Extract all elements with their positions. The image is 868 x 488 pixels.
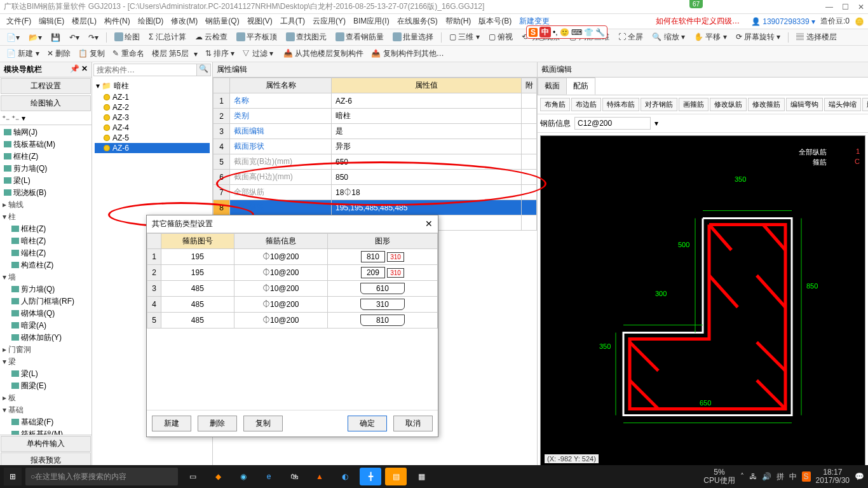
nav-item[interactable]: 剪力墙(Q) <box>3 163 89 175</box>
edge-icon[interactable]: e <box>258 468 280 485</box>
ime-tool-icon[interactable]: 🔧 <box>595 28 605 37</box>
property-row[interactable]: 5截面宽(B边)(mm)650 <box>214 154 537 170</box>
nav-item[interactable]: 暗梁(A) <box>3 320 89 332</box>
tb-viewrebar[interactable]: 查看钢筋量 <box>333 30 386 44</box>
ime-punct-icon[interactable]: •, <box>553 28 558 37</box>
menu-version[interactable]: 版本号(B) <box>476 15 514 28</box>
stirrup-row[interactable]: 3485⏀10@200610 <box>147 281 438 297</box>
tb2-rename[interactable]: ✎ 重命名 <box>110 47 146 60</box>
help-tip[interactable]: 如何在软件中定义四级… <box>653 15 742 28</box>
tb-fullscreen[interactable]: ⛶ 全屏 <box>616 30 646 44</box>
tb2-copyfrom[interactable]: 📥 从其他楼层复制构件 <box>281 47 366 60</box>
tb-zoom[interactable]: 🔍 缩放 ▾ <box>649 30 688 44</box>
app-icon[interactable]: ╋ <box>360 468 381 485</box>
menu-modify[interactable]: 修改(M) <box>168 15 200 28</box>
property-row[interactable]: 3截面编辑是 <box>214 124 537 139</box>
tray-notif-icon[interactable]: 💬 <box>855 472 864 481</box>
menu-view[interactable]: 视图(V) <box>245 15 275 28</box>
tb-find[interactable]: 查找图元 <box>283 30 329 44</box>
property-row[interactable]: 2类别暗柱 <box>214 109 537 124</box>
menu-online[interactable]: 在线服务(S) <box>395 15 440 28</box>
nav-category[interactable]: ▾ 墙 <box>3 271 89 283</box>
rebar-info-dropdown-icon[interactable]: ▾ <box>654 119 658 128</box>
menu-rebar[interactable]: 钢筋量(Q) <box>203 15 241 28</box>
nav-item[interactable]: 梁(L) <box>3 175 89 187</box>
ime-skin-icon[interactable]: 👕 <box>584 28 593 37</box>
tb2-copyto[interactable]: 📤 复制构件到其他… <box>369 47 446 60</box>
section-tool-button[interactable]: 特殊布筋 <box>602 98 639 111</box>
nav-category[interactable]: ▾ 柱 <box>3 211 89 223</box>
nav-item[interactable]: 梁(L) <box>3 368 89 380</box>
app-icon[interactable]: ◆ <box>207 468 229 485</box>
tb-cloudcheck[interactable]: ☁ 云检查 <box>193 30 230 44</box>
tb-new-icon[interactable]: 📄▾ <box>4 32 22 43</box>
tray-sogou-icon[interactable]: S <box>802 471 811 482</box>
app-icon[interactable]: ▤ <box>385 468 407 485</box>
tb2-new[interactable]: 📄 新建 ▾ <box>4 47 42 60</box>
dialog-ok-button[interactable]: 确定 <box>348 416 387 431</box>
maximize-icon[interactable]: ☐ <box>842 3 849 11</box>
nav-category[interactable]: ▸ 板 <box>3 392 89 404</box>
component-item[interactable]: AZ-2 <box>95 102 210 112</box>
tb-pan[interactable]: ✋ 平移 ▾ <box>691 30 729 44</box>
section-tool-button[interactable]: 修改箍筋 <box>748 98 785 111</box>
dialog-new-button[interactable]: 新建 <box>152 416 191 431</box>
tb2-filter[interactable]: ▽ 过滤 ▾ <box>240 47 276 60</box>
section-tool-button[interactable]: 端头伸缩 <box>824 98 861 111</box>
nav-category[interactable]: ▸ 门窗洞 <box>3 344 89 356</box>
menu-bim[interactable]: BIM应用(I) <box>351 15 392 28</box>
tb-redo-icon[interactable]: ↷▾ <box>86 32 101 43</box>
property-row[interactable]: 4截面形状异形 <box>214 139 537 154</box>
nav-category[interactable]: ▸ 轴线 <box>3 199 89 211</box>
tray-ime-icon[interactable]: 拼 <box>776 471 784 482</box>
nav-item[interactable]: 剪力墙(Q) <box>3 283 89 295</box>
menu-help[interactable]: 帮助(H) <box>443 15 474 28</box>
tray-up-icon[interactable]: ˄ <box>740 472 744 481</box>
component-item[interactable]: AZ-4 <box>95 123 210 133</box>
section-project[interactable]: 工程设置 <box>1 78 91 94</box>
section-tool-button[interactable]: 修改纵筋 <box>710 98 747 111</box>
tray-lang-icon[interactable]: 中 <box>789 471 797 482</box>
rebar-info-input[interactable] <box>574 117 651 130</box>
dialog-copy-button[interactable]: 复制 <box>243 416 283 431</box>
tb-save-icon[interactable]: 💾 <box>48 32 63 43</box>
property-row[interactable]: 6截面高(H边)(mm)850 <box>214 170 537 185</box>
menu-draw[interactable]: 绘图(D) <box>135 15 166 28</box>
component-root[interactable]: ▾ 📁 暗柱 <box>95 80 210 92</box>
menu-file[interactable]: 文件(F) <box>4 15 34 28</box>
tb2-copy[interactable]: 📋 复制 <box>76 47 107 60</box>
tb-top[interactable]: ▢ 俯视 <box>486 30 515 44</box>
stirrup-row[interactable]: 5485⏀10@200810 <box>147 313 438 329</box>
tb-selfloor[interactable]: ▤ 选择楼层 <box>794 30 839 44</box>
app-icon[interactable]: ▲ <box>309 468 330 485</box>
tb-undo-icon[interactable]: ↶▾ <box>67 32 82 43</box>
tb-calc[interactable]: Σ 汇总计算 <box>146 30 189 44</box>
store-icon[interactable]: 🛍 <box>283 468 305 485</box>
section-tool-button[interactable]: 布边筋 <box>571 98 601 111</box>
app-icon[interactable]: ▦ <box>410 468 432 485</box>
tray-net-icon[interactable]: 🖧 <box>749 472 757 481</box>
app-icon[interactable]: ◐ <box>334 468 356 485</box>
tb-align[interactable]: 平齐板顶 <box>234 30 280 44</box>
tb2-sort[interactable]: ⇅ 排序 ▾ <box>203 47 238 60</box>
nav-item[interactable]: 人防门框墙(RF) <box>3 295 89 308</box>
nav-item[interactable]: 框柱(Z) <box>3 151 89 163</box>
nav-item[interactable]: 轴网(J) <box>3 126 89 139</box>
section-tool-button[interactable]: 画箍筋 <box>679 98 709 111</box>
dialog-close-icon[interactable]: ✕ <box>425 219 433 229</box>
nav-category[interactable]: ▾ 梁 <box>3 356 89 368</box>
nav-item[interactable]: 暗柱(Z) <box>3 235 89 247</box>
menu-edit[interactable]: 编辑(E) <box>36 15 67 28</box>
ime-keyboard-icon[interactable]: ⌨ <box>571 28 582 37</box>
section-tool-button[interactable]: 编辑弯钩 <box>786 98 823 111</box>
nav-item[interactable]: 砌体墙(Q) <box>3 308 89 320</box>
tb-rotate[interactable]: ⟳ 屏幕旋转 ▾ <box>733 30 783 44</box>
menu-tool[interactable]: 工具(T) <box>278 15 308 28</box>
property-row[interactable]: 1名称AZ-6 <box>214 93 537 109</box>
app-icon[interactable]: ◉ <box>233 468 254 485</box>
nav-item[interactable]: 端柱(Z) <box>3 247 89 259</box>
taskbar-search[interactable]: ○ 在这里输入你要搜索的内容 <box>25 468 178 485</box>
section-tool-button[interactable]: 布角筋 <box>540 98 570 111</box>
property-row[interactable]: 7全部纵筋18⏀18 <box>214 185 537 200</box>
minimize-icon[interactable]: — <box>825 3 833 11</box>
